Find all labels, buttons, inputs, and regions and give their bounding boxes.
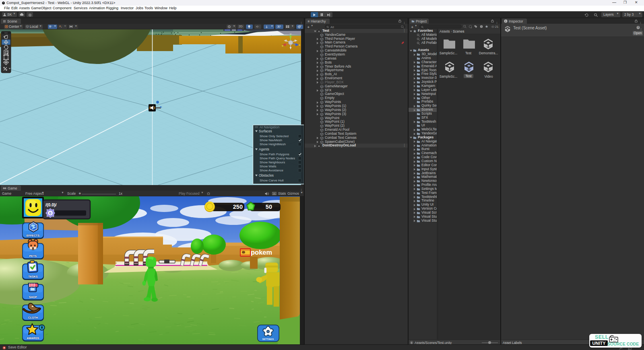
svg-text:AI Navigation: AI Navigation (260, 125, 280, 129)
svg-text:Show Neighbours: Show Neighbours (260, 161, 285, 164)
svg-text:SETTINGS: SETTINGS (262, 338, 274, 340)
svg-text:CLOTH: CLOTH (28, 316, 38, 319)
svg-text:AWARDS: AWARDS (27, 337, 39, 340)
svg-text:Surfaces: Surfaces (259, 129, 272, 133)
svg-text:Agents: Agents (259, 147, 269, 151)
svg-text:/(0.0)/: /(0.0)/ (45, 202, 57, 207)
svg-text:Show Only Selected: Show Only Selected (260, 134, 289, 138)
svg-text:pokem: pokem (251, 249, 272, 256)
svg-text:Show HeightMesh: Show HeightMesh (260, 142, 286, 146)
svg-text:Show Path Polygons: Show Path Polygons (260, 152, 289, 156)
svg-text:Show Carve Hull: Show Carve Hull (260, 179, 284, 182)
svg-text:Show Avoidance: Show Avoidance (260, 169, 284, 172)
svg-text:Obstacles: Obstacles (259, 173, 274, 177)
svg-text:Show NavMesh: Show NavMesh (260, 138, 282, 142)
svg-text:SHOP: SHOP (29, 296, 37, 299)
svg-text:Show Path Query Nodes: Show Path Query Nodes (260, 156, 295, 160)
svg-text:EFFECTS: EFFECTS (27, 234, 40, 237)
svg-text:0: 0 (49, 211, 51, 215)
svg-text:PETS: PETS (29, 255, 37, 257)
svg-text:250: 250 (233, 204, 243, 210)
svg-text:TASKS: TASKS (28, 275, 38, 278)
svg-text:50: 50 (266, 204, 272, 210)
svg-text:Show Walls: Show Walls (260, 165, 277, 168)
